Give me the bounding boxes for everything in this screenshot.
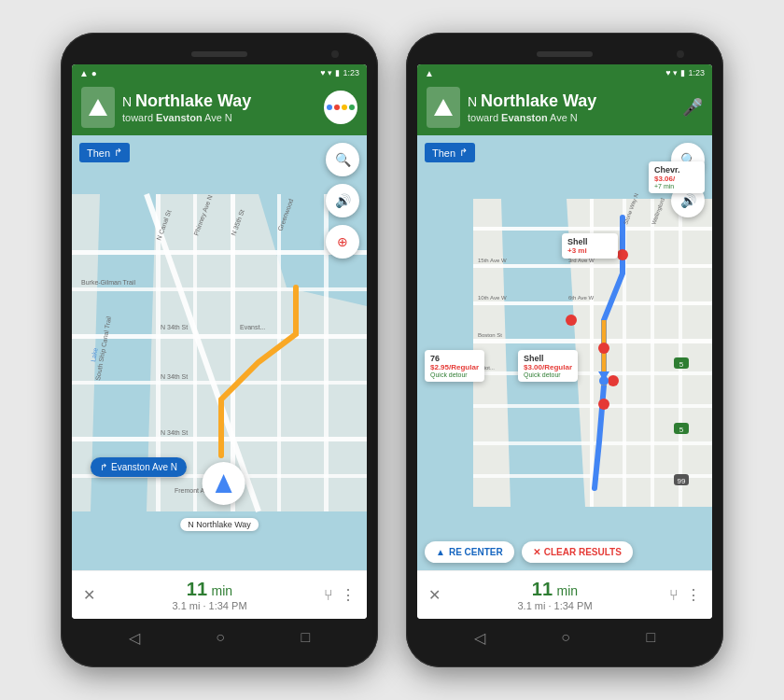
gas-price-76: $2.95/Regular xyxy=(430,363,479,371)
dot-red xyxy=(334,105,340,110)
status-bar: ▲ ● ♥ ▾ ▮ 1:23 xyxy=(72,64,367,81)
back-button-right[interactable]: ◁ xyxy=(474,629,485,647)
more-options-icon-right[interactable]: ⋮ xyxy=(686,586,701,604)
search-button[interactable]: 🔍 xyxy=(326,143,359,176)
phone-nav-bar: ◁ ○ □ xyxy=(72,619,367,656)
map-area-right[interactable]: 5 5 99 15th Ave W 10th Ave W Boston St E… xyxy=(417,135,712,570)
mic-icon[interactable]: 🎤 xyxy=(682,97,703,118)
dot-green xyxy=(349,105,355,110)
close-button-right[interactable]: ✕ xyxy=(428,586,441,604)
phone-top-bar xyxy=(72,44,367,64)
search-icon: 🔍 xyxy=(335,152,351,167)
svg-rect-7 xyxy=(72,381,367,385)
eta-display: 11 min 3.1 mi · 1:34 PM xyxy=(103,579,316,611)
phone-top-bar-right xyxy=(417,44,712,64)
svg-point-58 xyxy=(598,343,609,354)
map-action-buttons: ▲ RE CENTER ✕ CLEAR RESULTS xyxy=(425,541,705,563)
up-arrow-icon-right xyxy=(434,99,453,116)
nav-header-right: N Northlake Way toward Evanston Ave N 🎤 xyxy=(417,81,712,135)
alternate-routes-icon[interactable]: ⑂ xyxy=(324,587,333,604)
svg-text:5: 5 xyxy=(679,426,684,434)
gas-detour-76: Quick detour xyxy=(430,371,479,378)
gas-card-76[interactable]: 76 $2.95/Regular Quick detour xyxy=(425,350,484,382)
gas-detour: +7 min xyxy=(654,183,699,189)
speaker-right xyxy=(537,51,593,57)
direction-button[interactable] xyxy=(81,87,115,128)
location-icon: ♥ xyxy=(320,68,325,77)
turn-right-icon: ↱ xyxy=(114,147,122,159)
svg-rect-11 xyxy=(193,194,197,511)
svg-rect-6 xyxy=(72,334,367,339)
status-left-icon-right: ▲ xyxy=(425,68,434,78)
gas-card-chevron[interactable]: Chevr. $3.06/ +7 min xyxy=(649,161,705,193)
battery-icon-right: ▮ xyxy=(680,68,685,77)
nav-info: N Northlake Way toward Evanston Ave N xyxy=(122,91,316,123)
svg-point-59 xyxy=(608,375,619,386)
location-icon-btn: ▲ xyxy=(436,547,445,557)
status-right-icons: ♥ ▾ ▮ 1:23 xyxy=(320,68,359,77)
gas-card-shell-bottom[interactable]: Shell $3.00/Regular Quick detour xyxy=(518,350,578,382)
gas-brand-shell-b: Shell xyxy=(524,354,572,363)
status-left-icons: ▲ ● xyxy=(79,68,97,78)
back-button[interactable]: ◁ xyxy=(129,629,140,647)
turn-right-icon: ↱ xyxy=(100,462,107,472)
google-dots-button[interactable] xyxy=(324,91,357,124)
compass-button[interactable]: ⊕ xyxy=(326,225,359,259)
recents-button-right[interactable]: □ xyxy=(647,629,656,646)
svg-text:15th Ave W: 15th Ave W xyxy=(478,258,507,263)
more-options-icon[interactable]: ⋮ xyxy=(341,586,356,604)
alternate-routes-icon-right[interactable]: ⑂ xyxy=(669,587,679,604)
home-button-right[interactable]: ○ xyxy=(561,629,570,646)
sound-button[interactable]: 🔊 xyxy=(326,184,359,217)
svg-point-61 xyxy=(598,399,609,410)
svg-text:N 34th St: N 34th St xyxy=(161,373,188,380)
svg-rect-5 xyxy=(72,287,367,291)
left-phone: ▲ ● ♥ ▾ ▮ 1:23 N Northlake Way toward Ev xyxy=(61,33,378,667)
street-label: N Northlake Way xyxy=(180,518,259,531)
camera xyxy=(331,50,339,58)
toward-label-right: toward Evanston Ave N xyxy=(468,112,675,123)
clear-icon: ✕ xyxy=(533,547,540,557)
svg-point-57 xyxy=(617,249,628,260)
eta-display-right: 11 min 3.1 mi · 1:34 PM xyxy=(448,579,662,611)
gas-brand: Chevr. xyxy=(654,165,699,175)
direction-label: N xyxy=(122,94,135,109)
dot-blue xyxy=(327,105,332,110)
map-area-left[interactable]: N Canal St Phinney Ave N N 35th St Green… xyxy=(72,135,367,570)
direction-button-right[interactable] xyxy=(427,87,460,128)
svg-text:Burke-Gilman Trail: Burke-Gilman Trail xyxy=(81,279,135,286)
time: 1:23 xyxy=(343,68,359,77)
location-circle xyxy=(203,462,245,505)
clear-results-button[interactable]: ✕ CLEAR RESULTS xyxy=(522,541,633,563)
wifi-icon: ▾ xyxy=(328,68,332,77)
speaker xyxy=(191,51,247,57)
bottom-navigation-bar-right: ✕ 11 min 3.1 mi · 1:34 PM ⑂ ⋮ xyxy=(417,570,712,619)
nav-header: N Northlake Way toward Evanston Ave N xyxy=(72,81,367,135)
left-screen: ▲ ● ♥ ▾ ▮ 1:23 N Northlake Way toward Ev xyxy=(72,64,367,619)
recents-button[interactable]: □ xyxy=(301,629,311,646)
gas-detour-shell-b: Quick detour xyxy=(524,371,572,378)
svg-text:Boston St: Boston St xyxy=(478,332,502,338)
status-bar-right: ▲ ♥ ▾ ▮ 1:23 xyxy=(417,64,712,81)
time-right: 1:23 xyxy=(688,68,705,77)
svg-rect-42 xyxy=(679,199,682,507)
svg-point-63 xyxy=(599,376,609,385)
re-center-button[interactable]: ▲ RE CENTER xyxy=(425,541,514,563)
svg-point-60 xyxy=(566,315,577,326)
gas-card-shell-top[interactable]: Shell +3 mi xyxy=(562,233,618,259)
svg-rect-13 xyxy=(277,194,281,511)
dot-yellow xyxy=(342,105,347,110)
svg-text:Evanst...: Evanst... xyxy=(240,324,265,330)
gas-price-shell: +3 mi xyxy=(567,246,612,255)
svg-text:N 34th St: N 34th St xyxy=(161,429,188,436)
battery-icon: ▮ xyxy=(335,68,340,77)
then-badge-right: Then ↱ xyxy=(425,143,475,162)
turn-right-icon-right: ↱ xyxy=(459,147,468,159)
close-button[interactable]: ✕ xyxy=(83,586,95,604)
wifi-icon-right: ▾ xyxy=(673,68,678,77)
location-arrow-icon xyxy=(216,474,232,493)
home-button[interactable]: ○ xyxy=(216,629,225,646)
svg-rect-41 xyxy=(651,199,654,507)
then-badge: Then ↱ xyxy=(79,143,130,162)
svg-rect-4 xyxy=(72,250,367,255)
